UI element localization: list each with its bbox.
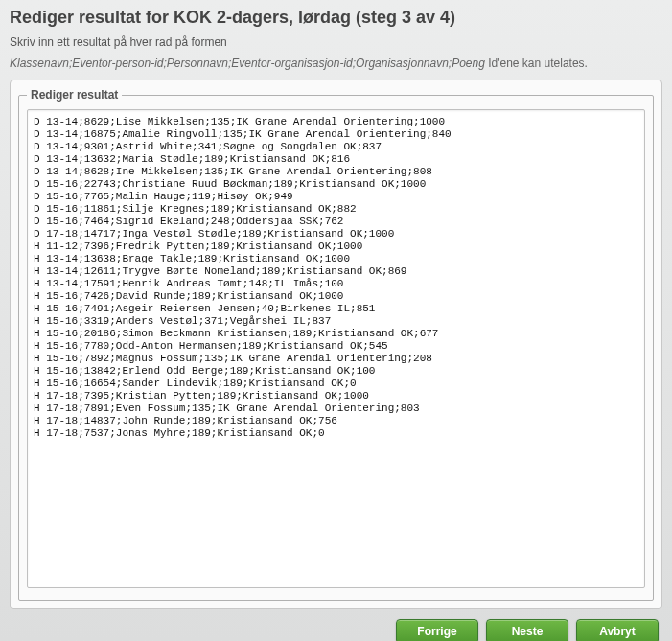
format-hint-format: Klassenavn;Eventor-person-id;Personnavn;…	[10, 57, 485, 70]
format-hint: Klassenavn;Eventor-person-id;Personnavn;…	[10, 57, 662, 70]
next-button[interactable]: Neste	[486, 619, 568, 641]
editor-panel: Rediger resultat	[10, 80, 662, 609]
page-title: Rediger resultat for KOK 2-dagers, lørda…	[10, 8, 662, 28]
editor-legend: Rediger resultat	[27, 88, 122, 102]
button-bar: Forrige Neste Avbryt	[10, 619, 659, 641]
instruction-line: Skriv inn ett resultat på hver rad på fo…	[10, 35, 662, 49]
editor-fieldset: Rediger resultat	[18, 88, 654, 601]
format-hint-note: Id'ene kan utelates.	[485, 57, 588, 70]
cancel-button[interactable]: Avbryt	[576, 619, 659, 641]
results-textarea[interactable]	[27, 109, 645, 588]
prev-button[interactable]: Forrige	[396, 619, 478, 641]
